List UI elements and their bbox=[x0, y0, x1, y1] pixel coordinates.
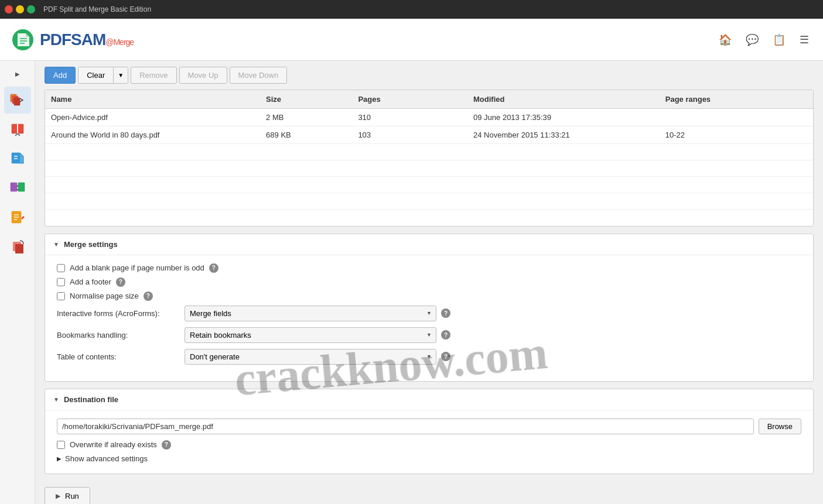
blank-page-checkbox[interactable] bbox=[57, 264, 65, 272]
merge-settings-body: Add a blank page if page number is odd ?… bbox=[45, 255, 813, 381]
header-actions: 🏠 💬 📋 ☰ bbox=[716, 31, 811, 49]
bookmarks-row: Bookmarks handling: Retain bookmarks Dis… bbox=[57, 327, 801, 343]
interactive-forms-label: Interactive forms (AcroForms): bbox=[57, 309, 180, 318]
sidebar-item-merge[interactable] bbox=[4, 87, 31, 114]
svg-rect-19 bbox=[15, 244, 23, 253]
sidebar-item-split[interactable] bbox=[4, 116, 31, 143]
destination-header[interactable]: ▼ Destination file bbox=[45, 389, 813, 410]
table-row[interactable]: Open-Advice.pdf 2 MB 310 09 June 2013 17… bbox=[45, 109, 813, 126]
maximize-button[interactable] bbox=[27, 5, 35, 13]
col-header-ranges: Page ranges bbox=[660, 90, 813, 109]
overwrite-label: Overwrite if already exists bbox=[70, 440, 157, 449]
browse-button[interactable]: Browse bbox=[759, 419, 801, 434]
menu-button[interactable]: ☰ bbox=[797, 31, 811, 49]
sidebar-item-mix[interactable] bbox=[4, 174, 31, 201]
logo-suffix: @Merge bbox=[105, 37, 134, 47]
news-button[interactable]: 💬 bbox=[743, 31, 761, 49]
add-button[interactable]: Add bbox=[45, 67, 76, 84]
advanced-arrow: ▶ bbox=[57, 455, 62, 462]
logo: PDFSAM@Merge bbox=[12, 29, 134, 51]
show-advanced-toggle[interactable]: ▶ Show advanced settings bbox=[57, 454, 801, 463]
log-button[interactable]: 📋 bbox=[770, 31, 788, 49]
cell-ranges bbox=[660, 109, 813, 126]
destination-path-input[interactable] bbox=[57, 419, 754, 434]
sidebar-item-rotate[interactable] bbox=[4, 233, 31, 260]
run-button[interactable]: ▶ Run bbox=[45, 487, 90, 505]
normalise-checkbox[interactable] bbox=[57, 292, 65, 300]
overwrite-help[interactable]: ? bbox=[162, 440, 171, 450]
move-down-button[interactable]: Move Down bbox=[230, 67, 288, 84]
destination-title: Destination file bbox=[64, 395, 118, 404]
sidebar-item-edit[interactable] bbox=[4, 204, 31, 231]
svg-rect-12 bbox=[11, 183, 17, 191]
merge-icon bbox=[9, 92, 26, 108]
table-empty-row bbox=[45, 177, 813, 193]
cell-size: 2 MB bbox=[260, 109, 352, 126]
logo-pdfsam: PDFSAM bbox=[40, 30, 105, 49]
run-bar: ▶ Run bbox=[45, 481, 814, 505]
advanced-label: Show advanced settings bbox=[65, 454, 148, 463]
normalise-label: Normalise page size bbox=[70, 292, 139, 300]
clear-dropdown-button[interactable]: ▼ bbox=[113, 67, 128, 83]
toolbar: Add Clear ▼ Remove Move Up Move Down bbox=[45, 67, 814, 84]
interactive-forms-select[interactable]: Merge fields Discard fields Flatten fiel… bbox=[185, 306, 436, 321]
toc-help[interactable]: ? bbox=[441, 352, 450, 361]
titlebar-buttons[interactable] bbox=[5, 5, 35, 13]
cell-size: 689 KB bbox=[260, 126, 352, 144]
close-button[interactable] bbox=[5, 5, 13, 13]
bookmarks-label: Bookmarks handling: bbox=[57, 331, 180, 340]
clear-split-button[interactable]: Clear ▼ bbox=[78, 67, 128, 84]
merge-settings-title: Merge settings bbox=[64, 240, 118, 249]
normalise-row: Normalise page size ? bbox=[57, 292, 801, 301]
destination-body: Browse Overwrite if already exists ? ▶ S… bbox=[45, 410, 813, 474]
merge-settings-header[interactable]: ▼ Merge settings bbox=[45, 234, 813, 255]
table-empty-row bbox=[45, 210, 813, 226]
footer-row: Add a footer ? bbox=[57, 277, 801, 287]
svg-rect-9 bbox=[12, 153, 20, 163]
run-play-icon: ▶ bbox=[56, 492, 60, 500]
sidebar: ▶ bbox=[0, 61, 35, 504]
run-label: Run bbox=[65, 492, 79, 500]
destination-arrow: ▼ bbox=[53, 396, 59, 403]
bookmarks-select[interactable]: Retain bookmarks Discard bookmarks Flatt… bbox=[185, 327, 436, 343]
cell-modified: 09 June 2013 17:35:39 bbox=[467, 109, 660, 126]
table-empty-row bbox=[45, 160, 813, 177]
overwrite-checkbox[interactable] bbox=[57, 441, 65, 449]
interactive-forms-help[interactable]: ? bbox=[441, 308, 450, 318]
table-empty-row bbox=[45, 144, 813, 160]
main-layout: ▶ bbox=[0, 61, 823, 504]
normalise-help[interactable]: ? bbox=[144, 292, 153, 301]
extract-icon bbox=[9, 150, 26, 167]
rotate-icon bbox=[9, 238, 26, 255]
table-empty-row bbox=[45, 193, 813, 210]
footer-checkbox[interactable] bbox=[57, 278, 65, 286]
home-button[interactable]: 🏠 bbox=[716, 31, 734, 49]
sidebar-toggle[interactable]: ▶ bbox=[9, 67, 26, 81]
minimize-button[interactable] bbox=[16, 5, 24, 13]
cell-modified: 24 November 2015 11:33:21 bbox=[467, 126, 660, 144]
toc-select-wrapper: Don't generate Generate bbox=[185, 349, 436, 365]
table-row[interactable]: Around the World in 80 days.pdf 689 KB 1… bbox=[45, 126, 813, 144]
split-icon bbox=[9, 121, 26, 138]
footer-help[interactable]: ? bbox=[116, 277, 125, 287]
dest-path-row: Browse bbox=[57, 419, 801, 434]
file-table: Name Size Pages Modified Page ranges Ope… bbox=[45, 90, 813, 226]
sidebar-item-extract[interactable] bbox=[4, 145, 31, 172]
window-title: PDF Split and Merge Basic Edition bbox=[43, 5, 151, 13]
cell-pages: 310 bbox=[352, 109, 467, 126]
bookmarks-help[interactable]: ? bbox=[441, 330, 450, 340]
col-header-size: Size bbox=[260, 90, 352, 109]
bookmarks-select-wrapper: Retain bookmarks Discard bookmarks Flatt… bbox=[185, 327, 436, 343]
remove-button[interactable]: Remove bbox=[131, 67, 176, 84]
blank-page-help[interactable]: ? bbox=[209, 263, 218, 273]
merge-settings-arrow: ▼ bbox=[53, 241, 59, 248]
interactive-forms-row: Interactive forms (AcroForms): Merge fie… bbox=[57, 306, 801, 321]
col-header-pages: Pages bbox=[352, 90, 467, 109]
clear-button[interactable]: Clear bbox=[78, 67, 113, 83]
mix-icon bbox=[9, 180, 26, 196]
svg-rect-6 bbox=[14, 98, 20, 105]
toc-select[interactable]: Don't generate Generate bbox=[185, 349, 436, 365]
move-up-button[interactable]: Move Up bbox=[179, 67, 227, 84]
pdfsam-logo-icon bbox=[12, 29, 34, 51]
table-header-row: Name Size Pages Modified Page ranges bbox=[45, 90, 813, 109]
